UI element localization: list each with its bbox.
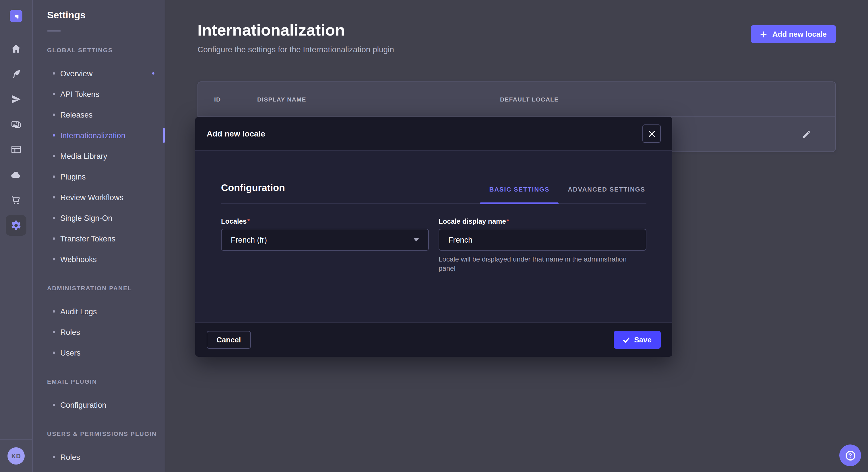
modal-header: Add new locale [195,117,672,151]
required-asterisk: * [507,217,509,225]
required-asterisk: * [247,217,250,225]
locales-select[interactable]: French (fr) [221,229,429,250]
settings-tabs: BASIC SETTINGS ADVANCED SETTINGS [488,186,646,203]
modal-body: Configuration BASIC SETTINGS ADVANCED SE… [195,151,672,322]
chevron-down-icon [413,238,419,241]
locales-select-value: French (fr) [231,235,267,244]
save-button[interactable]: Save [613,331,661,349]
display-name-hint: Locale will be displayed under that name… [439,255,641,273]
display-name-label: Locale display name* [439,217,646,225]
add-locale-modal: Add new locale Configuration BASIC SETTI… [195,117,672,357]
configuration-section-header: Configuration BASIC SETTINGS ADVANCED SE… [221,151,646,204]
locales-field: Locales* French (fr) [221,217,429,273]
strapi-admin-app: KD Settings GLOBAL SETTINGS Overview API… [0,0,868,472]
display-name-field: Locale display name* Locale will be disp… [439,217,646,273]
cancel-button[interactable]: Cancel [207,331,251,349]
display-name-input[interactable] [439,229,646,250]
tab-advanced-settings[interactable]: ADVANCED SETTINGS [567,186,646,203]
modal-footer: Cancel Save [195,322,672,357]
close-modal-button[interactable] [642,125,661,143]
configuration-title: Configuration [221,182,285,203]
modal-title: Add new locale [207,129,265,138]
close-icon [648,131,655,137]
locales-label: Locales* [221,217,429,225]
check-icon [623,336,629,343]
save-label: Save [634,336,652,344]
locale-form-fields: Locales* French (fr) Locale display name… [221,217,646,273]
tab-basic-settings[interactable]: BASIC SETTINGS [488,186,551,203]
